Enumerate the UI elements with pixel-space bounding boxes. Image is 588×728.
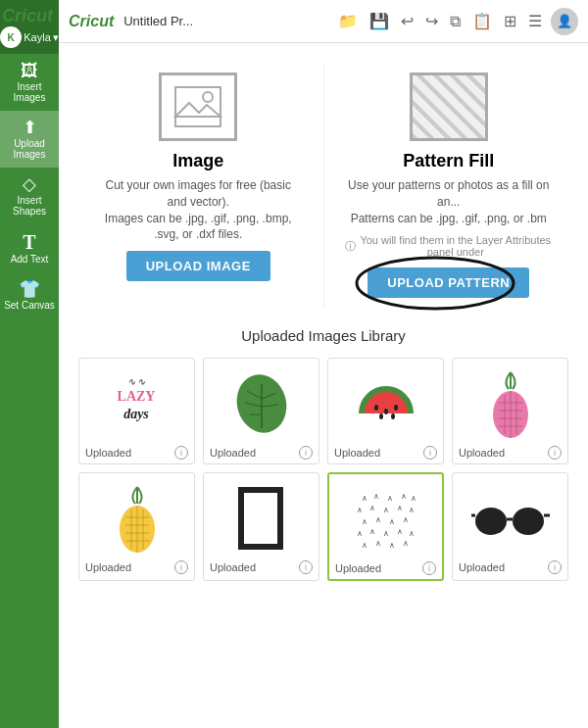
library-title: Uploaded Images Library (78, 327, 568, 344)
tile-label: Uploaded (335, 562, 381, 574)
paste-icon[interactable]: 📋 (469, 10, 495, 32)
tile-info-button[interactable]: i (299, 560, 313, 574)
svg-point-18 (391, 413, 395, 419)
tile-info-button[interactable]: i (174, 446, 188, 460)
info-circle-icon: ⓘ (345, 239, 356, 254)
content-area: Image Cut your own images for free (basi… (59, 43, 588, 728)
sidebar-item-label: Set Canvas (4, 300, 55, 311)
tile-label: Uploaded (85, 561, 131, 573)
upload-pattern-button[interactable]: UPLOAD PATTERN (368, 267, 529, 298)
image-tile[interactable]: Uploaded i (78, 472, 195, 581)
sidebar-item-upload-images[interactable]: ⬆ UploadImages (0, 111, 59, 168)
svg-text:∧: ∧ (375, 515, 381, 524)
pattern-info-note: ⓘ You will find them in the Layer Attrib… (345, 234, 554, 258)
tile-info-button[interactable]: i (423, 446, 437, 460)
svg-text:∧: ∧ (357, 506, 363, 514)
tile-label-row: Uploaded i (332, 443, 439, 460)
user-avatar-topbar[interactable]: 👤 (551, 8, 578, 35)
svg-point-2 (203, 92, 213, 102)
open-file-icon[interactable]: 📁 (335, 10, 361, 32)
svg-text:∧: ∧ (411, 494, 416, 503)
copy-icon[interactable]: ⧉ (447, 11, 464, 32)
upload-image-button[interactable]: UPLOAD IMAGE (126, 251, 270, 281)
chevron-down-icon: ▾ (53, 31, 59, 44)
svg-text:LAZY: LAZY (118, 389, 156, 404)
save-icon[interactable]: 💾 (367, 10, 392, 32)
sidebar: Cricut K Kayla ▾ 🖼 InsertImages ⬆ Upload… (0, 0, 59, 728)
svg-point-15 (394, 405, 398, 411)
svg-text:∧: ∧ (409, 506, 415, 514)
set-canvas-icon: 👕 (19, 280, 40, 298)
sidebar-item-label: InsertShapes (13, 195, 46, 217)
tile-info-button[interactable]: i (174, 560, 188, 574)
pattern-upload-card: Pattern Fill Use your patterns or photos… (329, 63, 569, 308)
svg-text:∧: ∧ (369, 527, 375, 536)
cricut-logo: Cricut (2, 6, 53, 26)
tile-label-row: Uploaded i (83, 443, 190, 460)
pattern-card-title: Pattern Fill (403, 151, 494, 171)
svg-text:∿ ∿: ∿ ∿ (127, 376, 147, 387)
sidebar-item-label: Add Text (11, 254, 49, 265)
image-card-desc: Cut your own images for free (basic and … (94, 177, 303, 243)
avatar: K (0, 26, 22, 48)
svg-text:∧: ∧ (362, 517, 368, 526)
tile-thumbnail: ∧ ∧ ∧ ∧ ∧ ∧ ∧ ∧ ∧ ∧ ∧ ∧ ∧ ∧ ∧ (342, 480, 430, 558)
user-icon: 👤 (557, 14, 572, 28)
svg-marker-1 (175, 103, 220, 117)
svg-rect-35 (241, 490, 280, 547)
tile-info-button[interactable]: i (299, 446, 313, 460)
tile-thumbnail (466, 479, 555, 558)
card-divider (323, 63, 324, 308)
svg-point-14 (384, 409, 388, 414)
svg-text:∧: ∧ (373, 492, 379, 501)
redo-icon[interactable]: ↪ (422, 10, 441, 32)
tile-label: Uploaded (334, 447, 380, 459)
svg-text:∧: ∧ (403, 539, 409, 548)
image-tile[interactable]: Uploaded i (452, 358, 568, 464)
sidebar-header: Cricut K Kayla ▾ (0, 0, 59, 54)
tile-label: Uploaded (459, 561, 505, 573)
image-tile[interactable]: Uploaded i (327, 358, 444, 464)
svg-text:∧: ∧ (397, 504, 403, 512)
tile-info-button[interactable]: i (422, 561, 436, 575)
tile-info-button[interactable]: i (548, 446, 562, 460)
sidebar-item-insert-images[interactable]: 🖼 InsertImages (0, 54, 59, 111)
image-tile[interactable]: Uploaded i (203, 472, 319, 581)
tile-thumbnail: ∿ ∿ LAZY days (93, 364, 181, 443)
user-profile[interactable]: K Kayla ▾ (0, 26, 59, 48)
topbar-logo: Cricut (69, 13, 114, 30)
upload-pattern-wrapper: UPLOAD PATTERN (368, 267, 529, 298)
insert-images-icon: 🖼 (21, 62, 38, 79)
tile-thumbnail (218, 479, 306, 558)
pattern-card-desc: Use your patterns or photos as a fill on… (345, 177, 554, 226)
tile-thumbnail (342, 364, 430, 443)
image-card-title: Image (172, 151, 223, 171)
upload-images-icon: ⬆ (23, 119, 37, 136)
image-tile[interactable]: Uploaded i (203, 358, 319, 464)
svg-point-16 (374, 405, 378, 411)
svg-text:∧: ∧ (409, 529, 415, 538)
undo-icon[interactable]: ↩ (398, 10, 416, 32)
tile-info-button[interactable]: i (548, 560, 562, 574)
svg-text:∧: ∧ (389, 541, 395, 550)
sidebar-item-set-canvas[interactable]: 👕 Set Canvas (0, 272, 59, 318)
image-tile[interactable]: ∿ ∿ LAZY days Uploaded i (78, 358, 195, 464)
image-tile-selected[interactable]: ∧ ∧ ∧ ∧ ∧ ∧ ∧ ∧ ∧ ∧ ∧ ∧ ∧ ∧ ∧ (327, 472, 444, 581)
sidebar-item-add-text[interactable]: T Add Text (0, 224, 59, 272)
svg-text:∧: ∧ (362, 494, 368, 503)
image-upload-card: Image Cut your own images for free (basi… (78, 63, 318, 308)
image-grid: ∿ ∿ LAZY days Uploaded i (78, 358, 568, 581)
grid-icon[interactable]: ⊞ (501, 10, 519, 32)
image-tile[interactable]: Uploaded i (452, 472, 568, 581)
tile-label: Uploaded (210, 447, 256, 459)
tile-label: Uploaded (210, 561, 256, 573)
project-title[interactable]: Untitled Pr... (123, 14, 329, 28)
tile-label-row: Uploaded i (457, 443, 564, 460)
svg-point-59 (475, 508, 507, 535)
username-label: Kayla (24, 31, 51, 43)
align-icon[interactable]: ☰ (525, 10, 545, 32)
sidebar-item-insert-shapes[interactable]: ◇ InsertShapes (0, 168, 59, 224)
tile-label-row: Uploaded i (208, 558, 315, 574)
tile-label-row: Uploaded i (208, 443, 315, 460)
topbar: Cricut Untitled Pr... 📁 💾 ↩ ↪ ⧉ 📋 ⊞ ☰ 👤 (59, 0, 588, 43)
